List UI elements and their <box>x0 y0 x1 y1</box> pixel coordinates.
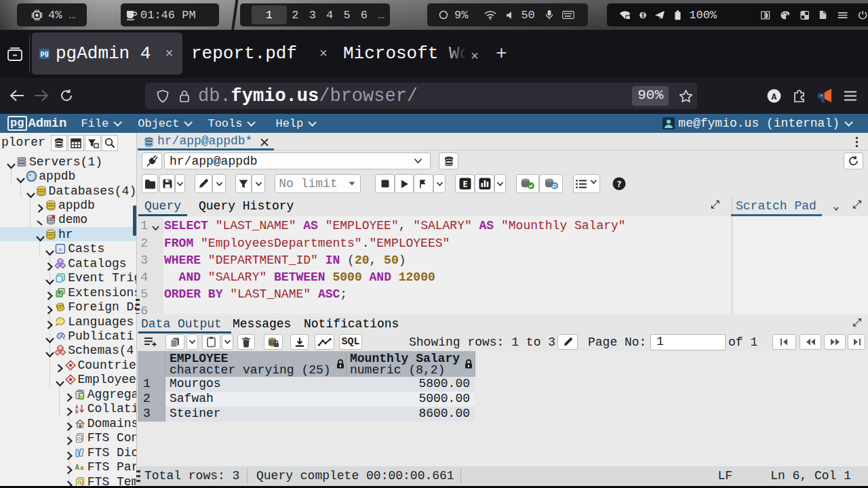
svg-text:a: a <box>80 464 83 471</box>
svg-text:?: ? <box>616 179 622 189</box>
svg-text:E: E <box>462 180 467 189</box>
svg-text:B: B <box>75 409 79 414</box>
svg-text:∞: ∞ <box>58 246 62 253</box>
svg-text:A: A <box>75 463 79 472</box>
svg-text:A: A <box>772 92 777 102</box>
